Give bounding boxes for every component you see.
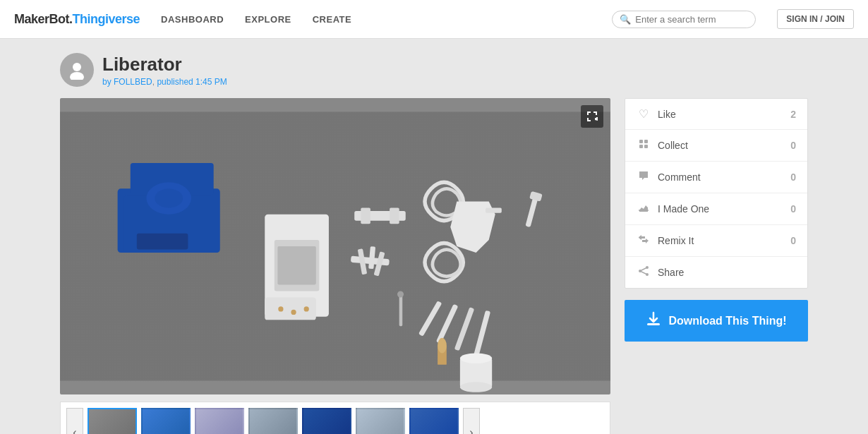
main-image — [60, 98, 610, 394]
search-icon: 🔍 — [620, 14, 631, 25]
collect-count: 0 — [790, 140, 796, 151]
next-thumbnail-button[interactable]: › — [463, 408, 480, 434]
svg-point-34 — [460, 353, 492, 363]
collect-icon — [637, 138, 651, 152]
svg-point-0 — [73, 63, 81, 71]
share-icon — [637, 265, 651, 279]
main-image-container — [60, 98, 610, 394]
navbar: MakerBot. Thingiverse DASHBOARD EXPLORE … — [0, 0, 868, 39]
thumbnail-5[interactable] — [302, 408, 351, 434]
thumbnail-7[interactable] — [409, 408, 459, 434]
nav-explore[interactable]: EXPLORE — [245, 14, 291, 25]
svg-rect-43 — [644, 145, 648, 148]
expand-button[interactable] — [581, 105, 603, 128]
thing-title: Liberator — [102, 54, 227, 76]
download-icon — [646, 311, 661, 330]
svg-point-1 — [70, 72, 84, 80]
thumbnail-3[interactable] — [195, 408, 244, 434]
thumbnails-row: ‹ › — [60, 402, 610, 434]
svg-rect-44 — [639, 210, 649, 211]
svg-rect-14 — [277, 246, 315, 284]
avatar — [60, 53, 94, 87]
svg-rect-41 — [644, 140, 648, 143]
svg-point-17 — [291, 310, 296, 315]
action-panel: ♡ Like 2 Collect 0 — [625, 98, 808, 289]
svg-point-30 — [397, 291, 404, 297]
svg-point-32 — [438, 338, 447, 354]
published-time: published 1:45 PM — [157, 77, 227, 87]
thing-header: Liberator by FOLLBED, published 1:45 PM — [60, 53, 808, 87]
made-one-label: I Made One — [658, 203, 783, 215]
svg-rect-9 — [137, 234, 188, 250]
svg-point-35 — [460, 382, 492, 392]
download-button[interactable]: Download This Thing! — [625, 300, 808, 342]
thumbnail-4[interactable] — [248, 408, 298, 434]
comment-action[interactable]: Comment 0 — [625, 162, 807, 193]
svg-rect-40 — [639, 140, 643, 143]
made-one-icon — [637, 202, 651, 216]
svg-rect-29 — [399, 294, 403, 326]
collect-action[interactable]: Collect 0 — [625, 130, 807, 162]
svg-line-49 — [640, 271, 647, 275]
remix-icon — [637, 234, 651, 248]
share-action[interactable]: Share — [625, 257, 807, 288]
download-label: Download This Thing! — [668, 315, 786, 327]
thing-sub: by FOLLBED, published 1:45 PM — [102, 77, 227, 87]
author-name[interactable]: FOLLBED — [114, 77, 152, 87]
thumbnail-2[interactable] — [141, 408, 191, 434]
nav-create[interactable]: CREATE — [313, 14, 351, 25]
like-action[interactable]: ♡ Like 2 — [625, 99, 807, 130]
svg-point-16 — [278, 306, 283, 311]
svg-point-11 — [155, 188, 183, 207]
content: Liberator by FOLLBED, published 1:45 PM — [46, 39, 822, 434]
svg-rect-42 — [639, 145, 643, 148]
svg-rect-21 — [390, 208, 399, 224]
nav-dashboard[interactable]: DASHBOARD — [161, 14, 224, 25]
logo[interactable]: MakerBot. Thingiverse — [14, 12, 140, 27]
like-label: Like — [658, 109, 783, 120]
like-count: 2 — [790, 109, 796, 120]
search-box: 🔍 — [612, 11, 756, 28]
made-one-action[interactable]: I Made One 0 — [625, 193, 807, 225]
remix-action[interactable]: Remix It 0 — [625, 225, 807, 257]
remix-label: Remix It — [658, 235, 783, 246]
search-input[interactable] — [635, 14, 748, 25]
svg-point-18 — [304, 306, 309, 311]
sign-in-button[interactable]: SIGN IN / JOIN — [777, 9, 854, 29]
sidebar: ♡ Like 2 Collect 0 — [625, 98, 808, 434]
logo-thingiverse: Thingiverse — [73, 12, 140, 27]
thumbnail-1[interactable] — [88, 408, 137, 434]
svg-rect-50 — [647, 323, 660, 325]
comment-label: Comment — [658, 171, 783, 183]
remix-count: 0 — [790, 235, 796, 246]
image-section: ‹ › — [60, 98, 610, 434]
share-label: Share — [658, 267, 789, 278]
nav-links: DASHBOARD EXPLORE CREATE — [161, 14, 591, 25]
comment-count: 0 — [790, 171, 796, 183]
by-label: by — [102, 77, 111, 87]
like-icon: ♡ — [637, 107, 651, 121]
svg-rect-22 — [486, 208, 502, 213]
made-one-count: 0 — [790, 203, 796, 215]
thumbnail-6[interactable] — [356, 408, 405, 434]
svg-line-48 — [640, 267, 647, 271]
comment-icon — [637, 170, 651, 184]
logo-makerbot: MakerBot. — [14, 12, 73, 27]
thing-meta: Liberator by FOLLBED, published 1:45 PM — [102, 54, 227, 87]
prev-thumbnail-button[interactable]: ‹ — [66, 408, 83, 434]
main-layout: ‹ › ♡ Like 2 — [60, 98, 808, 434]
svg-rect-20 — [361, 208, 370, 224]
collect-label: Collect — [658, 140, 783, 151]
